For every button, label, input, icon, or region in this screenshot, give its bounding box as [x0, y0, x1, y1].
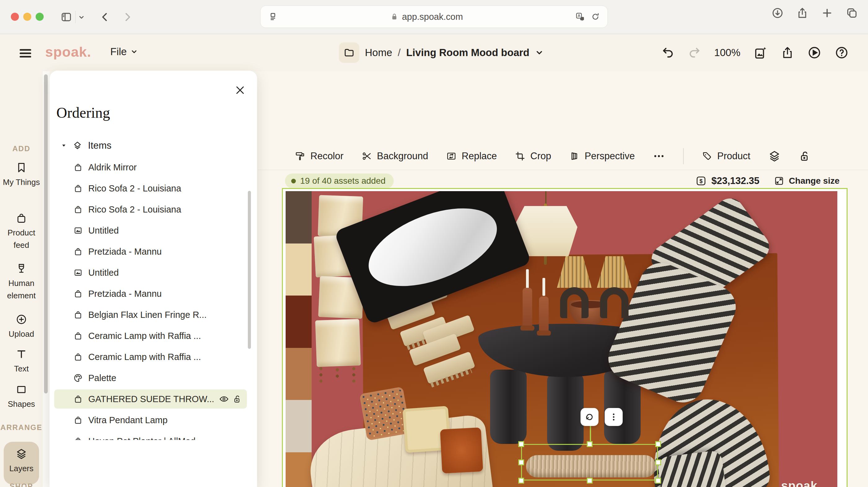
tool-rail: ADD My Things Product feed Human element…	[0, 71, 43, 487]
panel-scrollbar[interactable]	[248, 191, 251, 349]
layer-row[interactable]: Untitled	[54, 263, 247, 282]
assets-status-text: 19 of 40 assets added	[300, 176, 386, 186]
play-icon[interactable]	[807, 45, 822, 60]
breadcrumb-home[interactable]: Home	[365, 47, 392, 59]
rail-item-product-feed[interactable]: Product feed	[0, 212, 43, 251]
selection-box[interactable]	[521, 444, 658, 481]
back-icon[interactable]	[99, 11, 111, 23]
file-menu-label: File	[110, 46, 127, 58]
rail-item-text[interactable]: Text	[0, 348, 43, 375]
undo-icon[interactable]	[661, 46, 675, 59]
rail-scrollbar[interactable]	[44, 74, 48, 393]
total-price[interactable]: $23,132.35	[695, 175, 759, 186]
tabs-overview-icon[interactable]	[846, 7, 858, 19]
more-options-icon[interactable]	[653, 150, 665, 162]
help-icon[interactable]	[835, 45, 849, 60]
layer-row[interactable]: Rico Sofa 2 - Louisiana	[54, 200, 247, 219]
selection-handle-sw[interactable]	[518, 478, 524, 484]
selection-handle-se[interactable]	[655, 478, 661, 484]
layer-row[interactable]: Untitled	[54, 221, 247, 240]
layer-row[interactable]: Ceramic Lamp with Raffia ...	[54, 326, 247, 345]
canvas-item-raffia-lamp[interactable]	[557, 256, 592, 319]
layer-row[interactable]: Belgian Flax Linen Fringe R...	[54, 305, 247, 324]
plus-circle-icon	[16, 313, 27, 325]
canvas-item-striped-sofa[interactable]	[622, 216, 761, 394]
status-dot	[291, 179, 296, 183]
image-icon	[73, 226, 83, 235]
layer-row[interactable]: Pretziada - Mannu	[54, 284, 247, 303]
redo-icon[interactable]	[688, 46, 701, 59]
new-tab-icon[interactable]	[821, 7, 833, 19]
layer-row[interactable]: Aldrik Mirror	[54, 158, 247, 177]
bag-icon	[73, 184, 83, 193]
zoom-window-button[interactable]	[36, 13, 44, 21]
perspective-button[interactable]: Perspective	[569, 151, 635, 162]
rail-item-shapes[interactable]: Shapes	[0, 384, 43, 410]
replace-button[interactable]: Replace	[446, 151, 497, 162]
address-bar[interactable]: app.spoak.com	[260, 6, 608, 28]
shopping-bag-icon	[16, 212, 27, 224]
recolor-button[interactable]: Recolor	[295, 151, 344, 162]
minimize-window-button[interactable]	[23, 13, 31, 21]
unlock-icon[interactable]	[799, 150, 811, 162]
rail-item-layers[interactable]: Layers	[0, 448, 43, 475]
export-icon[interactable]	[781, 46, 794, 59]
section-add: ADD	[0, 144, 43, 153]
row-unlock-icon[interactable]	[232, 394, 242, 404]
product-button[interactable]: Product	[702, 151, 750, 162]
chrome-divider	[75, 11, 75, 23]
rail-item-my-things[interactable]: My Things	[0, 162, 43, 188]
sidebar-chevron-icon[interactable]	[78, 14, 85, 21]
layer-row-selected[interactable]: GATHERED SUEDE THROW...	[54, 389, 247, 408]
browser-share-icon[interactable]	[796, 7, 808, 19]
crop-button[interactable]: Crop	[515, 151, 551, 162]
hamburger-icon[interactable]	[18, 46, 33, 61]
app-logo[interactable]: spoak.	[45, 44, 91, 60]
title-chevron-icon[interactable]	[535, 48, 544, 57]
downloads-icon[interactable]	[771, 7, 784, 19]
forward-icon[interactable]	[121, 11, 133, 23]
layer-row[interactable]: Rico Sofa 2 - Louisiana	[54, 179, 247, 198]
canvas-item-palette-strip[interactable]	[286, 191, 312, 487]
rail-item-upload[interactable]: Upload	[0, 313, 43, 340]
sidebar-toggle-icon[interactable]	[60, 11, 72, 23]
file-menu[interactable]: File	[110, 46, 138, 58]
selection-handle-w[interactable]	[518, 459, 524, 465]
board-surface[interactable]: spoak.	[286, 191, 837, 487]
home-folder-button[interactable]	[339, 42, 359, 63]
reload-icon[interactable]	[591, 12, 600, 21]
assets-status-badge: 19 of 40 assets added	[285, 174, 394, 188]
layer-row[interactable]: Vitra Pendant Lamp	[54, 410, 247, 430]
change-size-button[interactable]: Change size	[774, 176, 839, 186]
selection-handle-n[interactable]	[587, 441, 593, 447]
reader-icon[interactable]	[268, 12, 278, 22]
canvas-item-striped-armchair[interactable]	[645, 393, 772, 487]
selection-handle-s[interactable]	[587, 478, 593, 484]
item-more-button[interactable]	[605, 408, 623, 426]
rotate-button[interactable]	[581, 408, 598, 426]
visibility-eye-icon[interactable]	[219, 394, 229, 404]
bag-icon	[73, 416, 83, 425]
selection-handle-e[interactable]	[655, 459, 661, 465]
rail-item-human-element[interactable]: Human element	[0, 263, 43, 302]
translate-icon[interactable]	[575, 12, 585, 22]
breadcrumb-title[interactable]: Living Room Mood board	[406, 47, 529, 59]
layer-row[interactable]: Pretziada - Mannu	[54, 242, 247, 261]
bag-icon	[73, 205, 83, 214]
layer-row[interactable]: Ceramic Lamp with Raffia ...	[54, 347, 247, 366]
zoom-level[interactable]: 100%	[714, 47, 740, 59]
layer-row[interactable]: Haven Pot Planter | AllMod	[54, 431, 247, 440]
artboard[interactable]: spoak.	[282, 188, 847, 487]
bookmark-icon	[16, 162, 27, 174]
canvas-item-wood-stool[interactable]	[409, 323, 475, 383]
layers-stack-icon[interactable]	[768, 150, 781, 162]
canvas-item-rust-pillow[interactable]	[440, 428, 483, 474]
selection-handle-nw[interactable]	[518, 441, 524, 447]
canvas-item-raffia-lamp[interactable]	[597, 256, 632, 319]
bag-icon	[73, 289, 83, 298]
generate-image-icon[interactable]	[753, 45, 768, 60]
layer-row[interactable]: Palette	[54, 368, 247, 388]
selection-handle-ne[interactable]	[655, 441, 661, 447]
background-button[interactable]: Background	[362, 151, 428, 162]
close-window-button[interactable]	[11, 13, 19, 21]
